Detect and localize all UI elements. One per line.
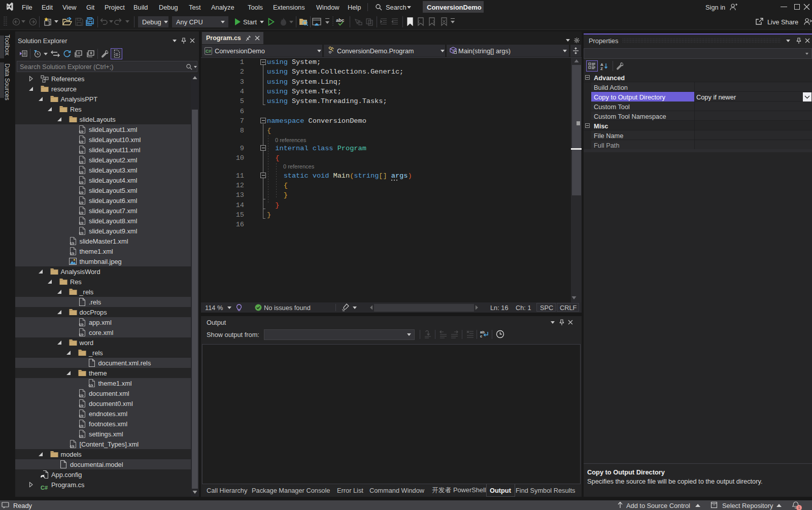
svg-text:Z: Z	[600, 66, 603, 70]
svg-text:c: c	[480, 334, 482, 338]
